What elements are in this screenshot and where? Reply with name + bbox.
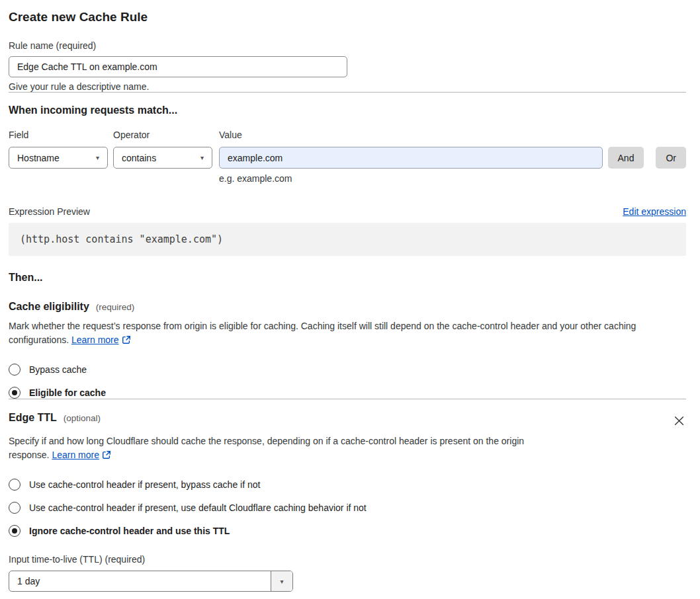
ttl-input-label: Input time-to-live (TTL) (required) <box>9 554 686 565</box>
radio-circle[interactable] <box>9 364 21 376</box>
value-label: Value <box>219 130 686 140</box>
match-condition-row: Field Hostname ▾ Operator contains ▾ Val… <box>9 130 686 184</box>
section-divider <box>9 399 686 399</box>
cache-eligibility-options: Bypass cache Eligible for cache <box>9 364 686 399</box>
create-cache-rule-page: Create new Cache Rule Rule name (require… <box>0 0 700 592</box>
radio-circle[interactable] <box>9 502 21 514</box>
cache-eligibility-description: Mark whether the request’s response from… <box>9 319 678 348</box>
section-divider <box>9 92 686 93</box>
close-icon <box>674 419 685 428</box>
radio-label: Use cache-control header if present, use… <box>29 502 367 513</box>
expression-preview-code: (http.host contains "example.com") <box>9 223 686 256</box>
edge-ttl-qualifier: (optional) <box>64 413 101 423</box>
external-link-icon <box>102 451 111 461</box>
external-link-icon <box>122 336 131 346</box>
field-select[interactable]: Hostname ▾ <box>9 147 108 169</box>
cache-eligibility-title: Cache eligibility <box>9 301 89 312</box>
ttl-select[interactable]: 1 day ▾ <box>9 571 293 592</box>
edge-ttl-description: Specify if and how long Cloudflare shoul… <box>9 434 563 463</box>
learn-more-link[interactable]: Learn more <box>52 450 99 460</box>
radio-use-header-bypass[interactable]: Use cache-control header if present, byp… <box>9 479 686 491</box>
and-button[interactable]: And <box>608 147 644 169</box>
radio-ignore-header-use-ttl[interactable]: Ignore cache-control header and use this… <box>9 525 686 537</box>
expression-preview-label: Expression Preview <box>9 206 90 217</box>
operator-label: Operator <box>113 130 212 140</box>
learn-more-link[interactable]: Learn more <box>71 335 119 345</box>
edit-expression-link[interactable]: Edit expression <box>623 206 686 217</box>
rule-name-input[interactable] <box>9 56 347 77</box>
chevron-down-icon: ▾ <box>200 155 204 161</box>
close-edge-ttl-button[interactable] <box>672 414 686 428</box>
radio-circle[interactable] <box>9 387 21 399</box>
field-label: Field <box>9 130 108 140</box>
edge-ttl-options: Use cache-control header if present, byp… <box>9 479 686 537</box>
radio-label: Use cache-control header if present, byp… <box>29 479 260 490</box>
rule-name-help: Give your rule a descriptive name. <box>9 81 686 92</box>
radio-use-header-default[interactable]: Use cache-control header if present, use… <box>9 502 686 514</box>
rule-name-label: Rule name (required) <box>9 40 686 51</box>
radio-label: Eligible for cache <box>29 387 106 398</box>
radio-label: Bypass cache <box>29 364 87 375</box>
edge-ttl-title: Edge TTL <box>9 412 57 423</box>
value-example-help: e.g. example.com <box>219 173 686 184</box>
radio-bypass-cache[interactable]: Bypass cache <box>9 364 686 376</box>
or-button[interactable]: Or <box>656 147 686 169</box>
operator-select[interactable]: contains ▾ <box>113 147 212 169</box>
operator-select-value: contains <box>122 153 156 163</box>
radio-circle[interactable] <box>9 479 21 491</box>
ttl-select-value: 1 day <box>9 571 271 591</box>
match-section-heading: When incoming requests match... <box>9 104 686 116</box>
page-title: Create new Cache Rule <box>9 10 686 24</box>
chevron-down-icon[interactable]: ▾ <box>271 571 292 591</box>
radio-eligible-for-cache[interactable]: Eligible for cache <box>9 387 686 399</box>
chevron-down-icon: ▾ <box>96 155 99 161</box>
value-input[interactable] <box>219 147 603 169</box>
radio-label: Ignore cache-control header and use this… <box>29 526 230 536</box>
cache-eligibility-qualifier: (required) <box>96 302 135 312</box>
field-select-value: Hostname <box>17 153 60 163</box>
radio-circle[interactable] <box>9 525 21 537</box>
then-heading: Then... <box>9 272 686 284</box>
